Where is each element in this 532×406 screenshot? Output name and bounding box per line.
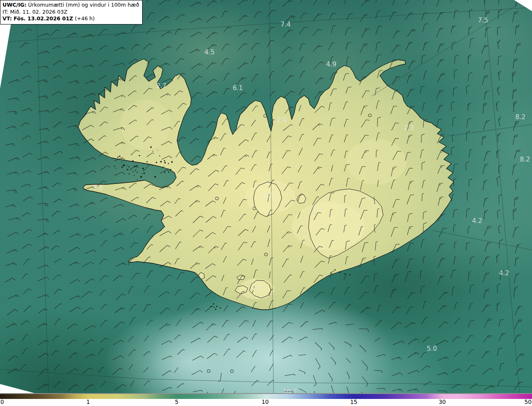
contour-label: 8.2: [520, 156, 530, 163]
contour-label: 6.1: [233, 84, 243, 92]
contour-label: 5.0: [427, 345, 437, 352]
contour-label: 1.1: [313, 205, 323, 213]
contour-label: 2.7: [156, 82, 167, 90]
contour-label: 7.4: [281, 21, 291, 28]
contour-label: 4.2: [499, 269, 510, 277]
valid-time: VT: Fös. 13.02.2026 01Z: [2, 15, 73, 22]
contour-label: 7.5: [478, 17, 488, 24]
contour-label: 1.3: [264, 192, 274, 199]
title-line-3: VT: Fös. 13.02.2026 01Z (+46 h): [2, 15, 139, 22]
contour-label: 4.9: [326, 61, 337, 68]
contour-label: 2.3: [404, 124, 414, 132]
product-description: Úrkomumætti (mm) og vindur i 100m hæð: [27, 2, 139, 8]
colorbar-tick: 15: [350, 399, 357, 405]
title-line-2: IT: Mið. 11. 02. 2026 03Z: [2, 9, 139, 16]
contour-label: 2.8: [93, 184, 103, 191]
colorbar-tick-row: 01510153050: [0, 399, 532, 405]
colorbar-tick: 10: [261, 399, 268, 405]
product-id: UWC/IG:: [2, 2, 27, 8]
colorbar-tick: 1: [86, 399, 90, 405]
title-line-1: UWC/IG: Úrkomumætti (mm) og vindur i 100…: [2, 2, 139, 9]
contour-label: 1.3: [251, 284, 262, 292]
map-title-box: UWC/IG: Úrkomumætti (mm) og vindur i 100…: [0, 0, 143, 24]
colorbar-tick: 5: [175, 399, 179, 405]
contour-label: 2.0: [277, 116, 287, 124]
init-time: IT: Mið. 11. 02. 2026 03Z: [2, 9, 67, 15]
precipitation-colorbar: 01510153050: [0, 393, 532, 406]
map-canvas: 7.44.54.96.17.52.72.02.38.28.22.81.31.14…: [0, 0, 532, 393]
lead-time: (+46 h): [73, 15, 95, 22]
contour-label: 4.2: [472, 217, 483, 225]
colorbar-tick: 0: [0, 399, 4, 405]
weather-map-page: 7.44.54.96.17.52.72.02.38.28.22.81.31.14…: [0, 0, 532, 406]
colorbar-tick: 50: [525, 399, 532, 405]
colorbar-tick: 30: [438, 399, 446, 405]
contour-label: 8.2: [515, 113, 526, 121]
contour-label: 10.2: [283, 388, 297, 393]
contour-label: 4.5: [204, 49, 215, 56]
map-graphics: 7.44.54.96.17.52.72.02.38.28.22.81.31.14…: [0, 0, 532, 393]
